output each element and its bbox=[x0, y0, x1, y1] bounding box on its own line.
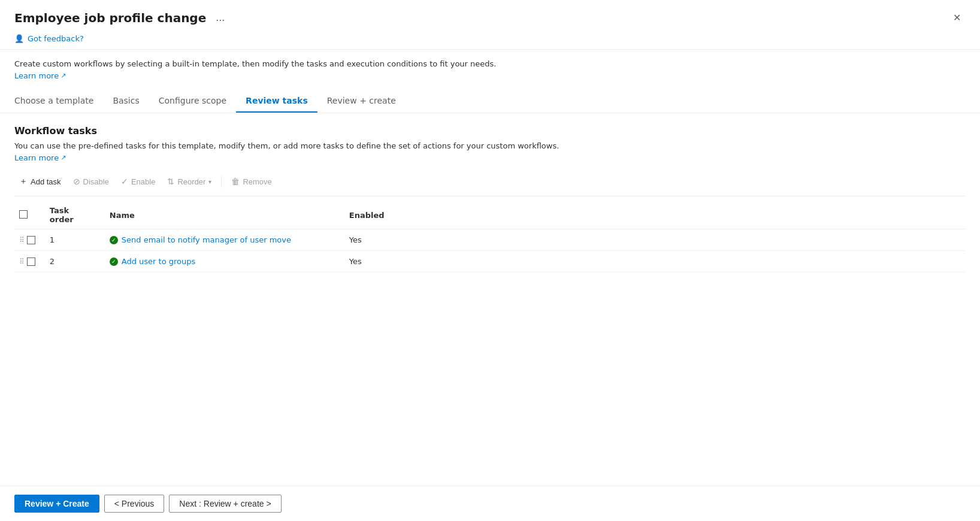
tab-choose-template[interactable]: Choose a template bbox=[14, 90, 103, 113]
row1-checkbox[interactable] bbox=[27, 236, 35, 244]
row1-task-name: Send email to notify manager of user mov… bbox=[122, 235, 291, 244]
col-header-task-order: Task order bbox=[43, 201, 102, 229]
row1-task-link[interactable]: ✓ Send email to notify manager of user m… bbox=[110, 235, 335, 244]
reorder-icon: ⇅ bbox=[167, 177, 174, 186]
enable-label: Enable bbox=[131, 177, 155, 186]
next-button[interactable]: Next : Review + create > bbox=[169, 495, 281, 513]
row1-handle-cell: ⠿ bbox=[14, 229, 43, 251]
row2-enabled: Yes bbox=[342, 251, 966, 272]
section-title: Workflow tasks bbox=[14, 125, 966, 137]
row1-enabled: Yes bbox=[342, 229, 966, 251]
col-header-name: Name bbox=[102, 201, 342, 229]
tab-basics[interactable]: Basics bbox=[103, 90, 149, 113]
table-row: ⠿ 2 ✓ Add user to groups Yes bbox=[14, 251, 966, 272]
add-task-label: Add task bbox=[31, 177, 61, 186]
row2-checkbox[interactable] bbox=[27, 258, 35, 266]
tab-configure-scope[interactable]: Configure scope bbox=[149, 90, 236, 113]
header-left: Employee job profile change ... bbox=[14, 10, 228, 25]
tab-review-create[interactable]: Review + create bbox=[317, 90, 406, 113]
row1-name: ✓ Send email to notify manager of user m… bbox=[102, 229, 342, 251]
tab-review-tasks[interactable]: Review tasks bbox=[236, 90, 317, 113]
col-header-enabled: Enabled bbox=[342, 201, 966, 229]
add-task-button[interactable]: ＋ Add task bbox=[14, 173, 66, 190]
feedback-label: Got feedback? bbox=[28, 34, 84, 43]
row2-status-icon: ✓ bbox=[110, 258, 118, 266]
table-header-row: Task order Name Enabled bbox=[14, 201, 966, 229]
drag-handle-icon: ⠿ bbox=[19, 258, 25, 266]
row2-handle-cell: ⠿ bbox=[14, 251, 43, 272]
row2-name: ✓ Add user to groups bbox=[102, 251, 342, 272]
header-checkbox-cell bbox=[14, 201, 43, 229]
enable-icon: ✓ bbox=[121, 177, 128, 186]
remove-icon: 🗑 bbox=[231, 177, 240, 186]
toolbar-separator bbox=[221, 175, 222, 187]
section-description: You can use the pre-defined tasks for th… bbox=[14, 141, 966, 150]
learn-more-label-section: Learn more bbox=[14, 153, 59, 162]
row1-order: 1 bbox=[43, 229, 102, 251]
learn-more-link-section[interactable]: Learn more ↗ bbox=[14, 153, 66, 162]
previous-button[interactable]: < Previous bbox=[104, 495, 165, 513]
main-content: Workflow tasks You can use the pre-defin… bbox=[0, 113, 980, 284]
feedback-bar: 👤 Got feedback? bbox=[0, 31, 980, 50]
row1-status-icon: ✓ bbox=[110, 236, 118, 244]
task-table: Task order Name Enabled ⠿ 1 ✓ Send e bbox=[14, 201, 966, 272]
description-text: Create custom workflows by selecting a b… bbox=[14, 59, 966, 68]
learn-more-link-top[interactable]: Learn more ↗ bbox=[14, 71, 66, 80]
close-button[interactable]: ✕ bbox=[948, 10, 966, 26]
footer: Review + Create < Previous Next : Review… bbox=[0, 486, 980, 521]
learn-more-label-top: Learn more bbox=[14, 71, 59, 80]
add-icon: ＋ bbox=[19, 176, 28, 187]
row2-task-name: Add user to groups bbox=[122, 257, 196, 266]
table-row: ⠿ 1 ✓ Send email to notify manager of us… bbox=[14, 229, 966, 251]
row2-task-link[interactable]: ✓ Add user to groups bbox=[110, 257, 335, 266]
description-section: Create custom workflows by selecting a b… bbox=[0, 50, 980, 85]
disable-icon: ⊘ bbox=[73, 177, 80, 186]
external-link-icon-top: ↗ bbox=[61, 72, 66, 80]
tabs-container: Choose a template Basics Configure scope… bbox=[0, 90, 980, 113]
reorder-button[interactable]: ⇅ Reorder ▾ bbox=[162, 174, 216, 189]
drag-handle-icon: ⠿ bbox=[19, 236, 25, 244]
remove-label: Remove bbox=[243, 177, 271, 186]
disable-button[interactable]: ⊘ Disable bbox=[68, 174, 114, 189]
reorder-chevron-icon: ▾ bbox=[208, 178, 211, 185]
select-all-checkbox[interactable] bbox=[19, 210, 28, 219]
feedback-link[interactable]: 👤 Got feedback? bbox=[14, 34, 966, 43]
external-link-icon-section: ↗ bbox=[61, 154, 66, 162]
feedback-icon: 👤 bbox=[14, 34, 24, 43]
disable-label: Disable bbox=[83, 177, 109, 186]
enable-button[interactable]: ✓ Enable bbox=[116, 174, 160, 189]
reorder-label: Reorder bbox=[177, 177, 205, 186]
page-title: Employee job profile change bbox=[14, 11, 206, 25]
remove-button[interactable]: 🗑 Remove bbox=[226, 174, 276, 189]
task-toolbar: ＋ Add task ⊘ Disable ✓ Enable ⇅ Reorder … bbox=[14, 167, 966, 196]
review-create-button[interactable]: Review + Create bbox=[14, 495, 99, 513]
ellipsis-button[interactable]: ... bbox=[212, 10, 228, 25]
row2-order: 2 bbox=[43, 251, 102, 272]
page-header: Employee job profile change ... ✕ bbox=[0, 0, 980, 31]
